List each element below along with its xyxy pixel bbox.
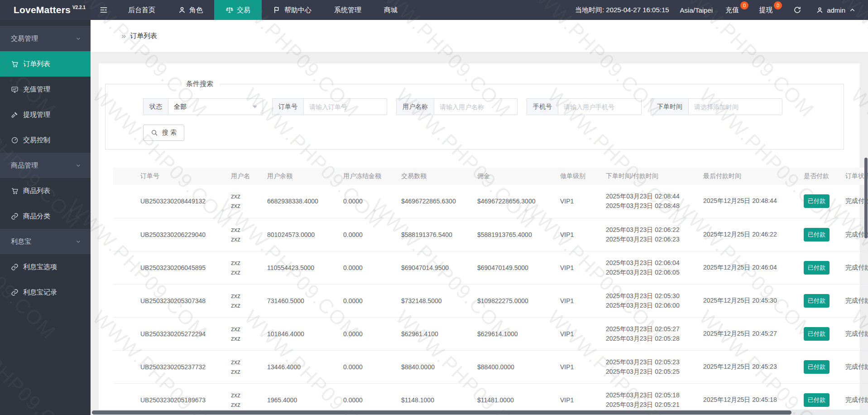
cell-balance: 13446.4000 (267, 350, 343, 383)
cell-order-status: 完成付款 (845, 317, 868, 350)
nav-item-home[interactable]: 后台首页 (117, 0, 167, 20)
time-line: 2025年03月23日 02:05:28 (606, 334, 703, 343)
cart-icon (11, 60, 19, 68)
column-header-last_pay: 最后付款时间 (703, 168, 804, 185)
sidebar-item-order-list[interactable]: 订单列表 (0, 51, 91, 77)
search-panel: 条件搜索 状态全部订单号用户名称手机号下单时间 搜 索 (105, 80, 844, 150)
cell-last-pay-time: 2025年12月25日 20:46:04 (703, 251, 804, 284)
cell-order-pay-times: 2025年03月23日 02:05:272025年03月23日 02:05:28 (606, 317, 703, 350)
chevron-up-icon (849, 6, 856, 14)
sidebar-group-interest[interactable]: 利息宝 (0, 229, 91, 254)
search-icon (151, 129, 158, 136)
table-row: UB2503230206229040zxzzxz801024573.00000.… (113, 218, 868, 251)
user-line: zxz (231, 291, 267, 301)
cell-order-no: UB2503230206045895 (113, 251, 231, 284)
cell-username: zxzzxz (231, 350, 267, 383)
cell-level: VIP1 (560, 185, 606, 218)
cell-frozen: 0.0000 (343, 251, 401, 284)
search-input-username[interactable] (434, 98, 518, 115)
sidebar-item-withdraw-manage[interactable]: 提现管理 (0, 102, 91, 127)
user-icon (178, 6, 186, 14)
refresh-button[interactable] (785, 0, 810, 20)
nav-withdraw[interactable]: 提现 0 (752, 0, 785, 20)
cell-frozen: 0.0000 (343, 317, 401, 350)
time-line: 2025年03月23日 02:06:23 (606, 235, 703, 244)
search-field-phone: 手机号 (527, 98, 642, 115)
nav-item-mall[interactable]: 商城 (373, 0, 409, 20)
search-field-order_time: 下单时间 (651, 98, 782, 115)
user-line: zxz (231, 258, 267, 268)
recharge-count-badge: 0 (740, 1, 748, 10)
cell-level: VIP1 (560, 350, 606, 383)
local-time-label: 当地时间: 2025-04-27 16:05:15 (570, 0, 675, 20)
cell-commission: $690470149.5000 (477, 251, 560, 284)
paid-status-badge: 已付款 (804, 228, 830, 241)
sidebar-item-goods-category[interactable]: 商品分类 (0, 203, 91, 229)
sidebar-item-label: 订单列表 (23, 60, 50, 68)
cell-username: zxzzxz (231, 218, 267, 251)
sidebar-item-label: 利息宝选项 (23, 263, 57, 271)
cell-commission: $88400.0000 (477, 350, 560, 383)
cell-balance: 110554423.5000 (267, 251, 343, 284)
cell-order-no: UB2503230206229040 (113, 218, 231, 251)
nav-item-roles[interactable]: 角色 (167, 0, 214, 20)
search-fields: 状态全部订单号用户名称手机号下单时间 (143, 98, 834, 115)
search-button[interactable]: 搜 索 (143, 125, 184, 141)
user-line: zxz (231, 201, 267, 211)
cell-commission: $629614.1000 (477, 317, 560, 350)
cell-commission: $109822275.0000 (477, 284, 560, 317)
orders-table: 订单号用户名用户余额用户冻结金额交易数额佣金做单级别下单时间/付款时间最后付款时… (113, 168, 868, 415)
cell-order-pay-times: 2025年03月23日 02:05:232025年03月23日 02:05:25 (606, 350, 703, 383)
cell-order-pay-times: 2025年03月23日 02:08:442025年03月23日 02:08:48 (606, 185, 703, 218)
navbar-right: 当地时间: 2025-04-27 16:05:15 Asia/Taipei 充值… (570, 0, 868, 20)
cell-paid: 已付款 (804, 284, 845, 317)
nav-recharge[interactable]: 充值 0 (718, 0, 752, 20)
search-button-label: 搜 索 (162, 129, 177, 137)
nav-item-system[interactable]: 系统管理 (323, 0, 373, 20)
sidebar-group-label: 商品管理 (11, 161, 38, 170)
nav-item-trade[interactable]: 交易 (214, 0, 262, 20)
cell-amount: $4696722865.6300 (401, 185, 477, 218)
main-area: » 订单列表 条件搜索 状态全部订单号用户名称手机号下单时间 搜 索 订单号用户… (91, 20, 868, 415)
sidebar-item-interest-records[interactable]: 利息宝记录 (0, 280, 91, 305)
user-line: zxz (231, 225, 267, 235)
search-input-order_time[interactable] (688, 98, 782, 115)
cell-level: VIP1 (560, 317, 606, 350)
admin-user-menu[interactable]: admin (810, 0, 868, 20)
sidebar-item-goods-list[interactable]: 商品列表 (0, 178, 91, 203)
brand-name: LoveMatters (14, 5, 71, 15)
sidebar-toggle-button[interactable] (91, 0, 117, 20)
horizontal-scrollbar[interactable] (91, 410, 868, 415)
user-line: zxz (231, 400, 267, 410)
cart-icon (11, 187, 19, 195)
paid-status-badge: 已付款 (804, 194, 830, 208)
caret-down-icon (253, 106, 257, 111)
flag-icon (273, 6, 281, 14)
search-input-phone[interactable] (558, 98, 642, 115)
cell-paid: 已付款 (804, 317, 845, 350)
sidebar-item-recharge-manage[interactable]: 充值管理 (0, 77, 91, 102)
user-icon (816, 6, 824, 14)
sidebar-group-goods-manage[interactable]: 商品管理 (0, 153, 91, 178)
sidebar-item-trade-control[interactable]: 交易控制 (0, 127, 91, 153)
time-line: 2025年03月23日 02:08:48 (606, 201, 703, 211)
vertical-scrollbar-thumb[interactable] (864, 158, 868, 238)
search-select-status[interactable]: 全部 (168, 98, 263, 115)
sidebar-group-trade-manage[interactable]: 交易管理 (0, 26, 91, 51)
sidebar-item-interest-options[interactable]: 利息宝选项 (0, 254, 91, 280)
cell-commission: $5881913765.4000 (477, 218, 560, 251)
search-input-order_no[interactable] (303, 98, 387, 115)
cell-order-no: UB2503230205307348 (113, 284, 231, 317)
nav-item-help[interactable]: 帮助中心 (262, 0, 323, 20)
column-header-username: 用户名 (231, 168, 267, 185)
admin-username: admin (827, 6, 845, 14)
search-field-order_no: 订单号 (272, 98, 387, 115)
column-header-commission: 佣金 (477, 168, 560, 185)
horizontal-scrollbar-thumb[interactable] (92, 410, 791, 415)
time-line: 2025年03月23日 02:05:27 (606, 324, 703, 334)
timezone-label: Asia/Taipei (675, 0, 719, 20)
search-field-status: 状态全部 (143, 98, 263, 115)
refresh-icon (793, 6, 801, 14)
cell-commission: $46967228656.3000 (477, 185, 560, 218)
cell-last-pay-time: 2025年12月25日 20:46:22 (703, 218, 804, 251)
